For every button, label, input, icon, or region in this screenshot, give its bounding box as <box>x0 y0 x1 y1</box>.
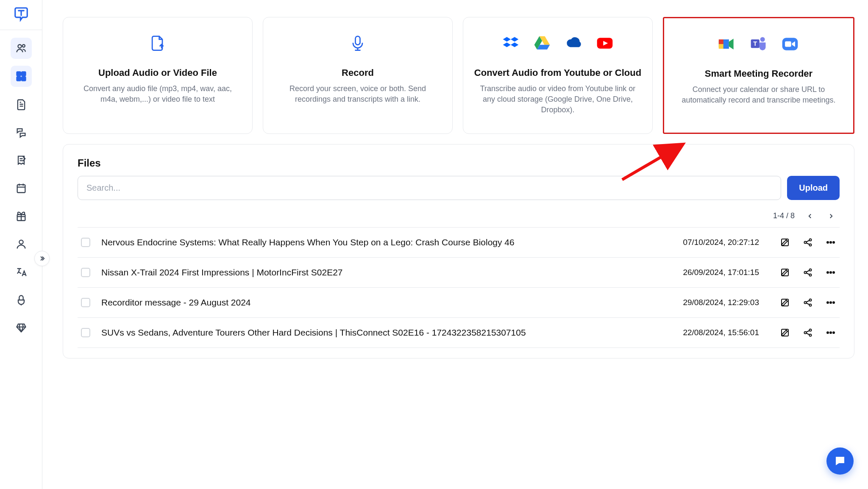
microsoft-teams-icon: T <box>749 34 768 54</box>
card-cloud-convert[interactable]: Convert Audio from Youtube or Cloud Tran… <box>463 17 653 134</box>
row-actions <box>779 267 836 278</box>
card-title: Convert Audio from Youtube or Cloud <box>474 67 641 78</box>
feature-cards-row: Upload Audio or Video File Convert any a… <box>63 17 854 134</box>
svg-rect-4 <box>17 77 20 81</box>
file-date: 26/09/2024, 17:01:15 <box>670 268 759 277</box>
files-panel: Files Upload 1-4 / 8 Nervous Endocrine S… <box>63 144 854 358</box>
svg-rect-11 <box>719 39 723 44</box>
sidebar <box>0 0 42 489</box>
svg-rect-13 <box>723 39 729 49</box>
table-row: SUVs vs Sedans, Adventure Tourers Other … <box>78 317 840 348</box>
svg-rect-2 <box>17 72 20 76</box>
more-icon[interactable] <box>825 267 836 278</box>
svg-rect-12 <box>719 44 723 49</box>
svg-point-38 <box>827 302 829 303</box>
search-input[interactable] <box>78 176 781 200</box>
share-icon[interactable] <box>802 327 813 338</box>
chat-fab[interactable] <box>826 447 854 475</box>
file-title[interactable]: Nervous Endocrine Systems: What Really H… <box>101 237 659 247</box>
app-logo[interactable] <box>12 5 30 23</box>
nav-dashboard[interactable] <box>11 66 32 87</box>
more-icon[interactable] <box>825 327 836 338</box>
edit-icon[interactable] <box>779 297 790 308</box>
edit-icon[interactable] <box>779 327 790 338</box>
file-date: 07/10/2024, 20:27:12 <box>670 238 759 247</box>
svg-rect-18 <box>785 42 791 47</box>
nav-calendar[interactable] <box>11 178 32 199</box>
file-list: Nervous Endocrine Systems: What Really H… <box>78 227 840 348</box>
file-title[interactable]: SUVs vs Sedans, Adventure Tourers Other … <box>101 328 659 338</box>
edit-icon[interactable] <box>779 237 790 248</box>
pagination: 1-4 / 8 <box>78 207 840 227</box>
document-upload-icon <box>148 33 167 53</box>
nav-account[interactable] <box>11 233 32 255</box>
row-actions <box>779 327 836 338</box>
upload-button[interactable]: Upload <box>787 176 840 200</box>
card-title: Record <box>342 67 374 78</box>
svg-point-40 <box>833 302 835 303</box>
nav-integrations[interactable] <box>11 289 32 311</box>
card-title: Upload Audio or Video File <box>98 67 217 78</box>
row-checkbox[interactable] <box>81 268 90 277</box>
row-checkbox[interactable] <box>81 298 90 307</box>
nav-transcripts[interactable] <box>11 122 32 143</box>
svg-point-46 <box>830 332 832 333</box>
svg-point-39 <box>830 302 832 303</box>
share-icon[interactable] <box>802 297 813 308</box>
next-page-button[interactable] <box>825 210 837 222</box>
row-checkbox[interactable] <box>81 328 90 337</box>
pagination-range: 1-4 / 8 <box>773 211 795 220</box>
card-title: Smart Meeting Recorder <box>705 68 812 79</box>
more-icon[interactable] <box>825 237 836 248</box>
card-upload-file[interactable]: Upload Audio or Video File Convert any a… <box>63 17 253 134</box>
svg-rect-27 <box>782 269 788 276</box>
svg-rect-41 <box>782 329 788 336</box>
table-row: Nissan X-Trail 2024 First Impressions | … <box>78 257 840 287</box>
nav-premium[interactable] <box>11 317 32 339</box>
svg-point-33 <box>833 272 835 273</box>
svg-point-1 <box>22 44 25 47</box>
nav-notes[interactable] <box>11 150 32 171</box>
main-content: Upload Audio or Video File Convert any a… <box>42 0 868 489</box>
row-actions <box>779 297 836 308</box>
svg-rect-3 <box>22 72 25 76</box>
share-icon[interactable] <box>802 237 813 248</box>
zoom-icon <box>780 34 800 54</box>
svg-point-31 <box>827 272 829 273</box>
file-title[interactable]: Recorditor message - 29 August 2024 <box>101 297 659 308</box>
svg-text:T: T <box>753 40 757 47</box>
svg-point-24 <box>827 242 829 243</box>
edit-icon[interactable] <box>779 267 790 278</box>
onedrive-icon <box>564 33 583 53</box>
nav-gift[interactable] <box>11 206 32 227</box>
share-icon[interactable] <box>802 267 813 278</box>
svg-point-16 <box>760 37 765 42</box>
table-row: Nervous Endocrine Systems: What Really H… <box>78 227 840 257</box>
svg-point-26 <box>833 242 835 243</box>
svg-point-47 <box>833 332 835 333</box>
nav-translate[interactable] <box>11 261 32 283</box>
svg-point-32 <box>830 272 832 273</box>
card-record[interactable]: Record Record your screen, voice or both… <box>263 17 453 134</box>
svg-point-25 <box>830 242 832 243</box>
card-description: Transcribe audio or video from Youtube l… <box>477 83 638 116</box>
card-smart-meeting-recorder[interactable]: T Smart Meeting Recorder Connect your ca… <box>663 17 854 134</box>
youtube-icon <box>595 33 615 53</box>
row-checkbox[interactable] <box>81 238 90 247</box>
svg-point-8 <box>19 240 23 244</box>
svg-point-45 <box>827 332 829 333</box>
svg-rect-34 <box>782 299 788 306</box>
nav-documents[interactable] <box>11 94 32 115</box>
file-date: 29/08/2024, 12:29:03 <box>670 298 759 307</box>
svg-point-0 <box>18 44 21 48</box>
nav-users[interactable] <box>11 38 32 59</box>
svg-rect-20 <box>782 239 788 246</box>
dropbox-icon <box>501 33 520 53</box>
svg-rect-5 <box>22 77 25 81</box>
row-actions <box>779 237 836 248</box>
file-title[interactable]: Nissan X-Trail 2024 First Impressions | … <box>101 267 659 278</box>
files-heading: Files <box>78 157 840 169</box>
svg-rect-6 <box>17 185 25 193</box>
more-icon[interactable] <box>825 297 836 308</box>
prev-page-button[interactable] <box>804 210 816 222</box>
